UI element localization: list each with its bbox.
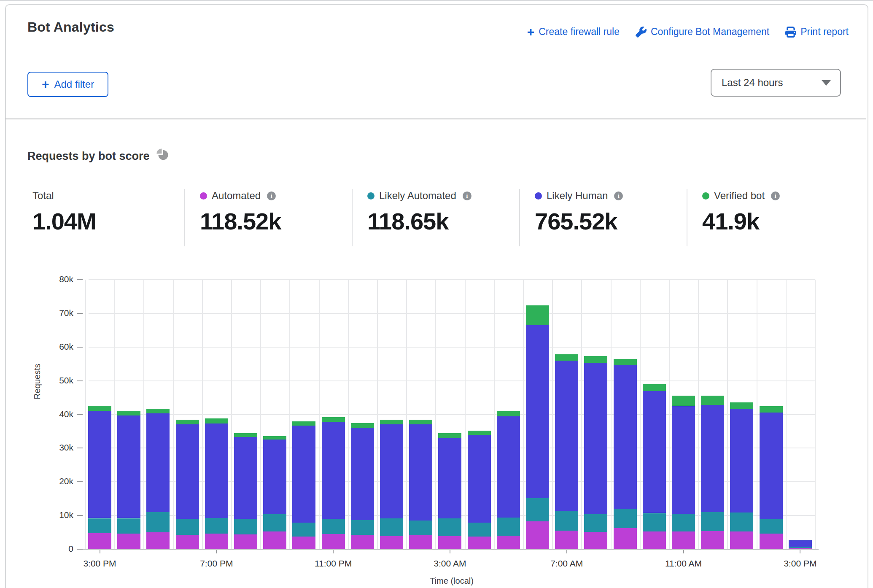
print-report-link[interactable]: Print report [785,26,849,38]
bar-group[interactable] [409,420,432,549]
x-gridline [202,280,203,549]
create-firewall-rule-label: Create firewall rule [539,26,620,38]
time-range-dropdown[interactable]: Last 24 hours [711,69,841,97]
bar-group[interactable] [643,384,666,549]
info-icon[interactable]: i [463,192,472,200]
bar-segment-verified-bot [176,420,199,424]
bar-group[interactable] [497,411,520,549]
stat-divider [687,189,687,246]
x-tick-mark [566,550,567,553]
x-gridline [552,280,553,549]
bar-group[interactable] [88,406,111,549]
legend-dot [535,192,542,200]
bar-segment-likely-human [584,363,607,514]
x-gridline [669,280,670,549]
bar-group[interactable] [438,433,461,549]
x-axis-tick-label: 11:00 AM [654,558,713,569]
stat-divider [184,189,185,246]
bar-group[interactable] [730,402,753,549]
bar-group[interactable] [117,411,140,549]
y-tick-mark [77,279,83,280]
bar-group[interactable] [789,540,812,549]
bar-segment-likely-human [730,409,753,512]
bar-group[interactable] [146,409,170,549]
bar-group[interactable] [760,406,783,550]
bar-segment-likely-automated [205,518,228,534]
bar-segment-verified-bot [672,396,695,406]
bar-group[interactable] [351,423,374,550]
x-tick-mark [800,550,800,553]
bar-segment-verified-bot [614,359,637,365]
bar-group[interactable] [380,420,403,549]
chevron-down-icon [822,80,831,86]
x-axis-tick-label: 7:00 AM [537,558,596,569]
y-axis-title: Requests [32,318,42,445]
x-gridline [289,280,290,549]
y-tick-mark [77,313,83,314]
bar-segment-likely-automated [322,519,345,534]
bot-analytics-page: Bot Analytics + Create firewall rule Con… [0,0,873,588]
bar-segment-likely-human [292,426,315,523]
info-icon[interactable]: i [267,192,276,200]
bar-group[interactable] [672,396,695,549]
x-axis-title: Time (local) [388,576,515,586]
bar-segment-verified-bot [760,406,783,413]
bar-segment-automated [438,536,461,549]
bar-group[interactable] [263,436,286,549]
bar-group[interactable] [176,420,199,549]
bar-group[interactable] [205,418,228,549]
bar-segment-likely-human [438,438,461,518]
x-gridline [465,280,466,549]
bar-segment-likely-human [263,440,286,514]
x-gridline [581,280,582,549]
bar-group[interactable] [584,356,607,550]
stat-label: Total [32,190,54,202]
configure-bot-management-link[interactable]: Configure Bot Management [636,26,769,38]
create-firewall-rule-link[interactable]: + Create firewall rule [527,26,620,38]
bar-group[interactable] [614,359,637,549]
bar-segment-automated [555,531,578,549]
wrench-icon [636,27,647,38]
stat-block-verified-bot: Verified boti41.9k [702,190,862,235]
info-icon[interactable]: i [614,192,623,200]
x-gridline [173,280,174,549]
x-gridline [698,280,699,549]
x-gridline [143,280,144,549]
bar-segment-likely-automated [526,498,549,521]
bar-segment-likely-human [322,422,345,519]
add-filter-label: Add filter [54,78,94,90]
bar-group[interactable] [322,417,345,549]
x-gridline [85,280,86,549]
bar-segment-likely-human [614,365,637,509]
bar-segment-likely-automated [584,514,607,532]
bar-segment-verified-bot [263,436,286,440]
stat-label: Likely Automated [379,190,456,202]
bar-segment-automated [234,534,257,549]
stat-divider [352,189,353,246]
info-icon[interactable]: i [771,192,780,200]
stat-label-row: Total [32,190,193,202]
bar-group[interactable] [468,431,491,549]
bar-segment-verified-bot [584,356,607,363]
bar-segment-automated [730,531,753,549]
stat-value: 765.52k [535,208,695,235]
stat-block-likely-automated: Likely Automatedi118.65k [367,190,528,235]
bar-group[interactable] [701,396,724,549]
bar-segment-likely-human [497,416,520,518]
legend-dot [367,192,375,200]
y-axis-tick-label: 20k [44,476,73,486]
bar-group[interactable] [526,305,549,549]
bar-segment-automated [351,535,374,549]
x-axis-tick-label: 3:00 PM [70,558,129,569]
plus-icon: + [42,80,49,89]
y-tick-mark [77,448,83,448]
bar-group[interactable] [555,354,578,550]
y-tick-mark [77,380,83,381]
add-filter-button[interactable]: + Add filter [27,72,108,97]
bar-segment-verified-bot [322,417,345,422]
bar-segment-automated [380,536,403,549]
bar-group[interactable] [234,433,257,549]
bar-segment-verified-bot [380,420,403,424]
stat-block-total: Total1.04M [32,190,193,235]
bar-group[interactable] [292,421,315,549]
